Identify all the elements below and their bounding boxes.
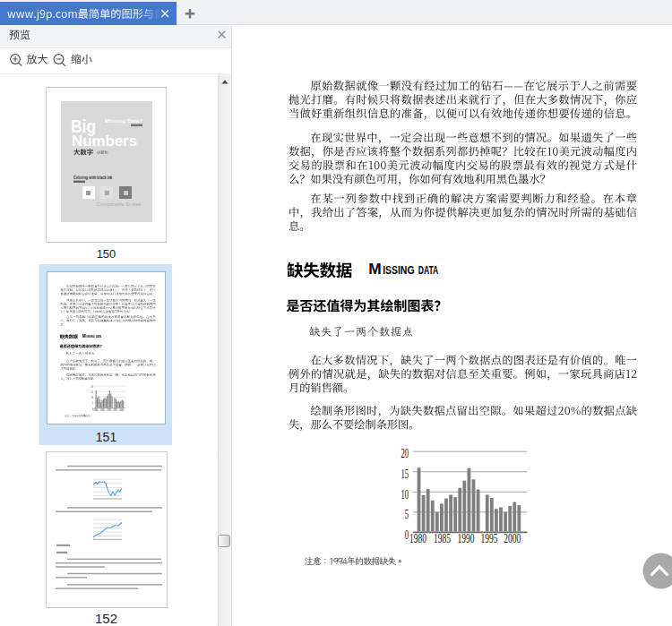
svg-text:151: 151 (96, 430, 117, 444)
svg-text:Missing Data?: Missing Data? (105, 117, 142, 124)
svg-text:152: 152 (95, 611, 117, 626)
svg-text:Coloring with black ink: Coloring with black ink (73, 175, 112, 180)
svg-text:Comparable Scales: Comparable Scales (97, 202, 142, 207)
svg-text:150: 150 (97, 247, 116, 261)
svg-text:Numbers: Numbers (72, 133, 137, 150)
